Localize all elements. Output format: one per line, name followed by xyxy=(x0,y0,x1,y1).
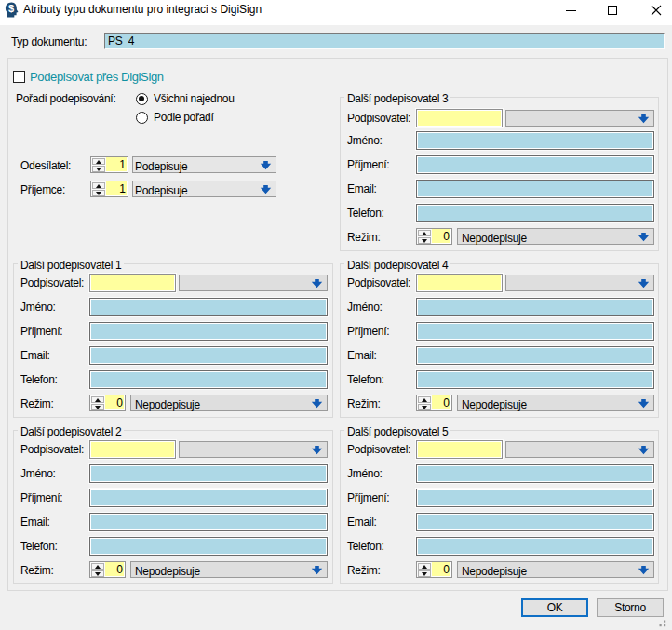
svg-text:$: $ xyxy=(8,3,14,14)
